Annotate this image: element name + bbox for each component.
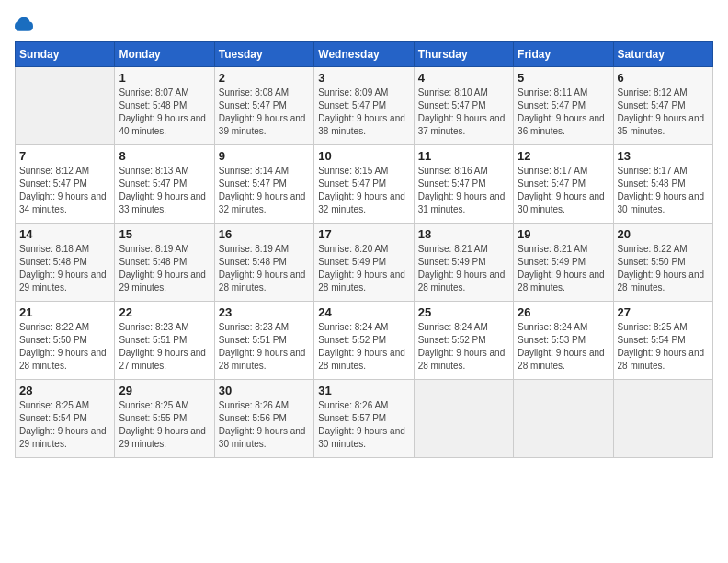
calendar-cell [613,380,712,458]
day-number: 3 [318,71,409,85]
calendar-cell: 6Sunrise: 8:12 AMSunset: 5:47 PMDaylight… [613,67,712,145]
day-info: Sunrise: 8:24 AMSunset: 5:52 PMDaylight:… [418,321,509,373]
calendar-week-1: 1Sunrise: 8:07 AMSunset: 5:48 PMDaylight… [16,67,713,145]
calendar-cell: 30Sunrise: 8:26 AMSunset: 5:56 PMDayligh… [214,380,313,458]
calendar-cell: 18Sunrise: 8:21 AMSunset: 5:49 PMDayligh… [414,224,513,302]
day-number: 12 [518,149,609,163]
calendar-cell [514,380,613,458]
calendar-cell: 26Sunrise: 8:24 AMSunset: 5:53 PMDayligh… [514,302,613,380]
day-info: Sunrise: 8:14 AMSunset: 5:47 PMDaylight:… [219,165,310,216]
day-number: 27 [618,305,709,319]
weekday-header-friday: Friday [514,42,613,67]
calendar-cell: 5Sunrise: 8:11 AMSunset: 5:47 PMDaylight… [514,67,613,145]
day-info: Sunrise: 8:22 AMSunset: 5:50 PMDaylight:… [618,243,709,294]
logo [15,15,37,34]
calendar-cell: 29Sunrise: 8:25 AMSunset: 5:55 PMDayligh… [115,380,214,458]
day-number: 7 [19,149,110,163]
day-info: Sunrise: 8:25 AMSunset: 5:54 PMDaylight:… [19,399,110,451]
calendar-cell: 17Sunrise: 8:20 AMSunset: 5:49 PMDayligh… [314,224,414,302]
day-info: Sunrise: 8:24 AMSunset: 5:53 PMDaylight:… [518,321,609,373]
day-info: Sunrise: 8:08 AMSunset: 5:47 PMDaylight:… [219,86,310,138]
calendar-table: SundayMondayTuesdayWednesdayThursdayFrid… [15,41,713,458]
day-info: Sunrise: 8:25 AMSunset: 5:55 PMDaylight:… [119,399,210,451]
calendar-cell: 12Sunrise: 8:17 AMSunset: 5:47 PMDayligh… [514,145,613,224]
calendar-cell: 7Sunrise: 8:12 AMSunset: 5:47 PMDaylight… [16,145,115,224]
day-number: 10 [318,149,409,163]
calendar-cell [414,380,513,458]
day-number: 31 [318,384,409,397]
header [15,15,713,34]
day-info: Sunrise: 8:23 AMSunset: 5:51 PMDaylight:… [119,321,210,373]
day-number: 17 [318,227,409,241]
day-number: 26 [518,305,609,319]
day-info: Sunrise: 8:17 AMSunset: 5:48 PMDaylight:… [618,165,709,216]
calendar-cell: 23Sunrise: 8:23 AMSunset: 5:51 PMDayligh… [214,302,313,380]
calendar-cell: 21Sunrise: 8:22 AMSunset: 5:50 PMDayligh… [16,302,115,380]
day-number: 20 [618,227,709,241]
day-number: 16 [219,227,310,241]
calendar-week-4: 21Sunrise: 8:22 AMSunset: 5:50 PMDayligh… [16,302,713,380]
day-number: 8 [119,149,210,163]
day-number: 5 [518,71,609,85]
calendar-cell: 10Sunrise: 8:15 AMSunset: 5:47 PMDayligh… [314,145,414,224]
calendar-cell: 22Sunrise: 8:23 AMSunset: 5:51 PMDayligh… [115,302,214,380]
day-number: 23 [219,305,310,319]
calendar-cell: 15Sunrise: 8:19 AMSunset: 5:48 PMDayligh… [115,224,214,302]
calendar-cell: 13Sunrise: 8:17 AMSunset: 5:48 PMDayligh… [613,145,712,224]
calendar-cell: 19Sunrise: 8:21 AMSunset: 5:49 PMDayligh… [514,224,613,302]
calendar-cell: 20Sunrise: 8:22 AMSunset: 5:50 PMDayligh… [613,224,712,302]
day-info: Sunrise: 8:26 AMSunset: 5:56 PMDaylight:… [219,399,310,451]
day-number: 15 [119,227,210,241]
day-number: 11 [418,149,509,163]
calendar-cell: 24Sunrise: 8:24 AMSunset: 5:52 PMDayligh… [314,302,414,380]
day-number: 14 [19,227,110,241]
day-number: 28 [19,384,110,397]
weekday-header-monday: Monday [115,42,214,67]
calendar-week-2: 7Sunrise: 8:12 AMSunset: 5:47 PMDaylight… [16,145,713,224]
calendar-cell: 11Sunrise: 8:16 AMSunset: 5:47 PMDayligh… [414,145,513,224]
day-info: Sunrise: 8:21 AMSunset: 5:49 PMDaylight:… [418,243,509,294]
day-number: 29 [119,384,210,397]
calendar-cell: 4Sunrise: 8:10 AMSunset: 5:47 PMDaylight… [414,67,513,145]
calendar-cell: 2Sunrise: 8:08 AMSunset: 5:47 PMDaylight… [214,67,313,145]
calendar-cell: 28Sunrise: 8:25 AMSunset: 5:54 PMDayligh… [16,380,115,458]
day-info: Sunrise: 8:22 AMSunset: 5:50 PMDaylight:… [19,321,110,373]
calendar-week-3: 14Sunrise: 8:18 AMSunset: 5:48 PMDayligh… [16,224,713,302]
day-info: Sunrise: 8:21 AMSunset: 5:49 PMDaylight:… [518,243,609,294]
calendar-cell: 31Sunrise: 8:26 AMSunset: 5:57 PMDayligh… [314,380,414,458]
weekday-header-sunday: Sunday [16,42,115,67]
day-info: Sunrise: 8:25 AMSunset: 5:54 PMDaylight:… [618,321,709,373]
day-info: Sunrise: 8:17 AMSunset: 5:47 PMDaylight:… [518,165,609,216]
day-info: Sunrise: 8:11 AMSunset: 5:47 PMDaylight:… [518,86,609,138]
calendar-cell: 25Sunrise: 8:24 AMSunset: 5:52 PMDayligh… [414,302,513,380]
weekday-header-tuesday: Tuesday [214,42,313,67]
weekday-header-wednesday: Wednesday [314,42,414,67]
day-info: Sunrise: 8:12 AMSunset: 5:47 PMDaylight:… [618,86,709,138]
day-info: Sunrise: 8:19 AMSunset: 5:48 PMDaylight:… [119,243,210,294]
calendar-cell: 1Sunrise: 8:07 AMSunset: 5:48 PMDaylight… [115,67,214,145]
logo-icon [15,16,33,34]
day-number: 18 [418,227,509,241]
day-info: Sunrise: 8:26 AMSunset: 5:57 PMDaylight:… [318,399,409,451]
calendar-cell: 9Sunrise: 8:14 AMSunset: 5:47 PMDaylight… [214,145,313,224]
weekday-header-thursday: Thursday [414,42,513,67]
day-number: 2 [219,71,310,85]
day-info: Sunrise: 8:20 AMSunset: 5:49 PMDaylight:… [318,243,409,294]
day-info: Sunrise: 8:07 AMSunset: 5:48 PMDaylight:… [119,86,210,138]
day-info: Sunrise: 8:16 AMSunset: 5:47 PMDaylight:… [418,165,509,216]
day-number: 22 [119,305,210,319]
day-number: 24 [318,305,409,319]
day-number: 30 [219,384,310,397]
day-info: Sunrise: 8:12 AMSunset: 5:47 PMDaylight:… [19,165,110,216]
day-info: Sunrise: 8:10 AMSunset: 5:47 PMDaylight:… [418,86,509,138]
day-info: Sunrise: 8:13 AMSunset: 5:47 PMDaylight:… [119,165,210,216]
day-info: Sunrise: 8:18 AMSunset: 5:48 PMDaylight:… [19,243,110,294]
calendar-cell [16,67,115,145]
day-info: Sunrise: 8:09 AMSunset: 5:47 PMDaylight:… [318,86,409,138]
calendar-cell: 3Sunrise: 8:09 AMSunset: 5:47 PMDaylight… [314,67,414,145]
calendar-cell: 27Sunrise: 8:25 AMSunset: 5:54 PMDayligh… [613,302,712,380]
day-number: 4 [418,71,509,85]
day-number: 1 [119,71,210,85]
day-number: 13 [618,149,709,163]
weekday-header-saturday: Saturday [613,42,712,67]
